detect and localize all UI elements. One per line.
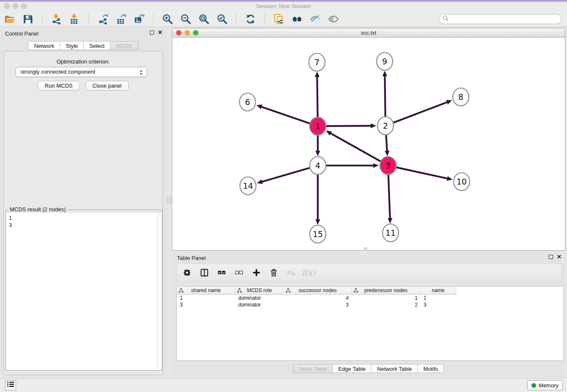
edge-3-11[interactable]: [388, 173, 392, 224]
export-image-icon[interactable]: [133, 13, 146, 25]
node-9[interactable]: 9: [377, 52, 393, 70]
zoom-selected-icon[interactable]: [216, 13, 228, 25]
node-8[interactable]: 8: [453, 88, 469, 106]
edge-3-10[interactable]: [396, 167, 453, 181]
zoom-fit-icon[interactable]: [198, 13, 210, 25]
memory-status-dot: [531, 383, 536, 388]
node-14[interactable]: 14: [240, 177, 256, 195]
network-graph: 7968124314101511: [172, 38, 565, 250]
close-panel-icon[interactable]: ✕: [158, 30, 162, 35]
edge-4-15[interactable]: [315, 173, 320, 225]
network-canvas[interactable]: 7968124314101511: [172, 38, 565, 250]
cell-mcds-role[interactable]: dominator: [235, 295, 284, 301]
export-table-icon[interactable]: [115, 13, 127, 25]
criterion-dropdown[interactable]: strongly connected component: [16, 67, 147, 77]
hide-graphics-details-icon[interactable]: [309, 13, 322, 25]
cell-predecessor-nodes[interactable]: 1: [352, 295, 421, 301]
table-settings-icon[interactable]: [182, 268, 192, 278]
import-network-icon[interactable]: [50, 13, 63, 25]
column-header-shared-name[interactable]: shared name: [177, 287, 235, 295]
mcds-result-list[interactable]: 13: [6, 213, 156, 370]
node-2[interactable]: 2: [377, 117, 394, 135]
function-builder-icon: f(x): [303, 268, 314, 278]
panel-splitter-handle[interactable]: [167, 197, 171, 203]
delete-table-icon: [286, 268, 296, 278]
column-header-predecessor-nodes[interactable]: predecessor nodes: [352, 287, 421, 295]
task-history-button[interactable]: [5, 380, 16, 390]
edge-1-4[interactable]: [315, 134, 320, 156]
edge-2-8[interactable]: [393, 100, 452, 123]
tab-network-table[interactable]: Network Table: [372, 364, 418, 373]
search-input[interactable]: [451, 15, 561, 23]
save-session-icon[interactable]: [22, 13, 34, 25]
node-4[interactable]: 4: [310, 157, 326, 174]
column-header-successor-nodes[interactable]: successor nodes: [284, 287, 352, 295]
mcds-result-box: MCDS result (2 nodes) 13: [6, 210, 162, 371]
deselect-all-rows-icon[interactable]: [234, 268, 244, 278]
dropdown-arrows-icon: [139, 69, 143, 79]
memory-button[interactable]: Memory: [527, 380, 563, 390]
cell-shared-name[interactable]: 1: [177, 295, 235, 301]
tab-style[interactable]: Style: [60, 41, 84, 50]
mcds-panel: Optimization criterion: strongly connect…: [3, 51, 163, 375]
cell-successor-nodes[interactable]: 4: [284, 295, 352, 301]
float-panel-icon[interactable]: [150, 30, 154, 35]
tab-mcds[interactable]: MCDS: [110, 41, 138, 50]
node-15[interactable]: 15: [310, 225, 326, 243]
zoom-out-icon[interactable]: [179, 13, 192, 25]
toolbar-separator: [264, 14, 265, 25]
control-panel-tabs: NetworkStyleSelectMCDS: [28, 41, 138, 50]
cell-successor-nodes[interactable]: 3: [284, 301, 352, 308]
refresh-layout-icon[interactable]: [244, 13, 257, 25]
node-7[interactable]: 7: [309, 53, 325, 71]
node-3[interactable]: 3: [380, 157, 396, 174]
toggle-column-view-icon[interactable]: [199, 268, 209, 278]
edge-1-7[interactable]: [315, 72, 319, 119]
edge-3-1[interactable]: [326, 131, 381, 162]
tab-motifs[interactable]: Motifs: [418, 364, 444, 373]
column-header-name[interactable]: name: [421, 287, 456, 295]
show-graphics-details-icon[interactable]: [327, 13, 340, 25]
network-window-titlebar[interactable]: × − + scc.txt: [172, 28, 565, 38]
cell-mcds-role[interactable]: dominator: [235, 301, 284, 308]
edge-1-2[interactable]: [325, 124, 376, 128]
close-table-panel-icon[interactable]: ✕: [557, 255, 561, 259]
node-6[interactable]: 6: [239, 93, 256, 111]
search-box[interactable]: [439, 14, 561, 24]
table-row[interactable]: 3dominator323: [177, 301, 563, 308]
node-1[interactable]: 1: [310, 117, 326, 135]
edge-1-6[interactable]: [256, 105, 311, 124]
node-11[interactable]: 11: [383, 224, 399, 242]
delete-columns-icon[interactable]: [269, 268, 279, 278]
edge-2-3[interactable]: [385, 133, 389, 156]
first-neighbors-icon[interactable]: [291, 13, 303, 25]
cell-name[interactable]: 3: [421, 301, 456, 308]
cell-name[interactable]: 1: [421, 295, 456, 301]
cell-predecessor-nodes[interactable]: 2: [352, 301, 421, 308]
cell-shared-name[interactable]: 3: [177, 301, 235, 308]
tab-network[interactable]: Network: [28, 41, 60, 50]
run-mcds-button[interactable]: Run MCDS: [38, 81, 80, 91]
new-network-from-selection-icon[interactable]: [272, 13, 285, 25]
column-label: shared name: [191, 287, 220, 293]
tab-edge-table[interactable]: Edge Table: [333, 364, 372, 373]
column-header-mcds-role[interactable]: MCDS role: [235, 287, 284, 295]
create-column-icon[interactable]: [251, 268, 261, 278]
edge-2-9[interactable]: [383, 71, 387, 118]
table-row[interactable]: 1dominator411: [177, 295, 563, 301]
edge-4-3[interactable]: [325, 163, 379, 168]
edge-4-14[interactable]: [257, 168, 311, 184]
float-table-panel-icon[interactable]: [549, 255, 553, 259]
import-table-icon[interactable]: [68, 13, 81, 25]
tab-select[interactable]: Select: [84, 41, 110, 50]
close-panel-button[interactable]: Close panel: [85, 81, 129, 91]
node-10[interactable]: 10: [454, 173, 470, 190]
zoom-in-icon[interactable]: [161, 13, 174, 25]
mcds-result-scrollbar[interactable]: [156, 213, 162, 370]
export-network-icon[interactable]: [96, 13, 109, 25]
canvas-resize-handle[interactable]: [363, 247, 367, 250]
tab-node-table[interactable]: Node Table: [293, 364, 333, 373]
node-label: 14: [243, 181, 253, 190]
select-all-rows-icon[interactable]: [217, 268, 227, 278]
open-file-icon[interactable]: [3, 13, 16, 25]
